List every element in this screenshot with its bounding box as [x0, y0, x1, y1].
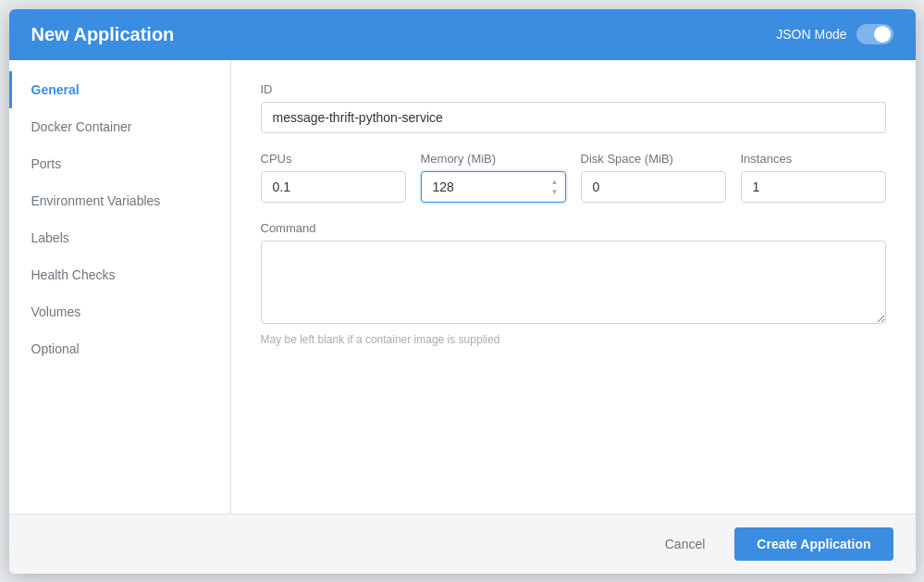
sidebar-item-optional[interactable]: Optional — [9, 330, 230, 367]
disk-input[interactable] — [581, 171, 726, 203]
instances-col: Instances — [741, 152, 886, 203]
cpus-label: CPUs — [261, 152, 406, 166]
modal-body: General Docker Container Ports Environme… — [9, 60, 916, 514]
command-label: Command — [261, 221, 886, 235]
sidebar-item-health-checks[interactable]: Health Checks — [9, 256, 230, 293]
cancel-button[interactable]: Cancel — [647, 527, 724, 561]
memory-decrement-button[interactable]: ▼ — [548, 187, 562, 196]
sidebar: General Docker Container Ports Environme… — [9, 60, 231, 514]
json-mode-label: JSON Mode — [776, 27, 846, 42]
memory-col: Memory (MiB) ▲ ▼ — [421, 152, 566, 203]
disk-label: Disk Space (MiB) — [581, 152, 726, 166]
cpus-col: CPUs — [261, 152, 406, 203]
new-application-modal: New Application JSON Mode General Docker… — [9, 9, 916, 574]
command-textarea[interactable] — [261, 241, 886, 324]
sidebar-item-docker-container[interactable]: Docker Container — [9, 108, 230, 145]
modal-title: New Application — [31, 24, 175, 45]
sidebar-item-labels[interactable]: Labels — [9, 219, 230, 256]
sidebar-item-volumes[interactable]: Volumes — [9, 293, 230, 330]
command-hint: May be left blank if a container image i… — [261, 333, 886, 346]
sidebar-item-ports[interactable]: Ports — [9, 145, 230, 182]
memory-spinner-btns: ▲ ▼ — [548, 177, 562, 196]
command-field-group: Command May be left blank if a container… — [261, 221, 886, 346]
modal-footer: Cancel Create Application — [9, 514, 916, 574]
content-area: ID CPUs Memory (MiB) ▲ — [231, 60, 916, 514]
modal-header: New Application JSON Mode — [9, 9, 916, 60]
instances-input[interactable] — [741, 171, 886, 203]
id-input[interactable] — [261, 102, 886, 133]
sidebar-item-general[interactable]: General — [9, 71, 230, 108]
create-application-button[interactable]: Create Application — [734, 527, 893, 561]
memory-label: Memory (MiB) — [421, 152, 566, 166]
json-mode-toggle[interactable] — [856, 24, 893, 44]
id-label: ID — [261, 82, 886, 96]
instances-label: Instances — [741, 152, 886, 166]
disk-col: Disk Space (MiB) — [581, 152, 726, 203]
cpus-input[interactable] — [261, 171, 406, 203]
memory-spinner-wrapper: ▲ ▼ — [421, 171, 566, 203]
sidebar-item-environment-variables[interactable]: Environment Variables — [9, 182, 230, 219]
memory-input[interactable] — [421, 171, 566, 203]
resources-row: CPUs Memory (MiB) ▲ ▼ — [261, 152, 886, 203]
json-mode-area: JSON Mode — [776, 24, 893, 44]
memory-increment-button[interactable]: ▲ — [548, 177, 562, 186]
id-field-group: ID — [261, 82, 886, 133]
